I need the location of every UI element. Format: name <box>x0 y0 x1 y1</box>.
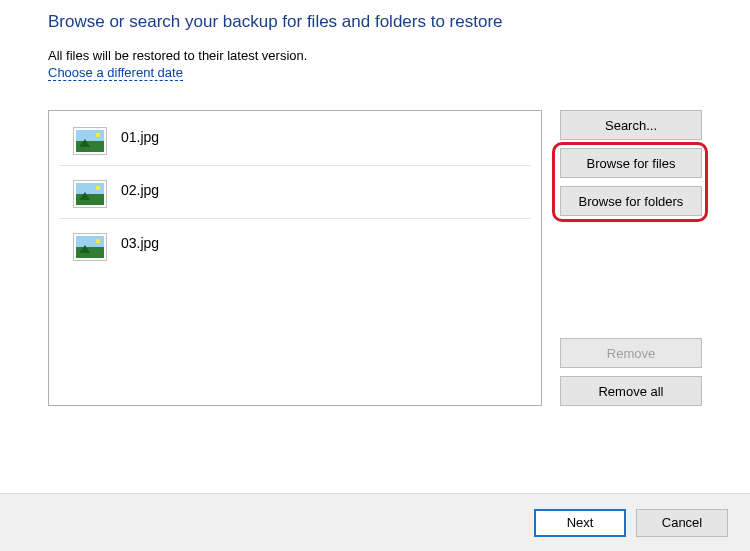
search-button[interactable]: Search... <box>560 110 702 140</box>
file-list[interactable]: 01.jpg 02.jpg <box>48 110 542 406</box>
file-name: 01.jpg <box>121 129 159 145</box>
side-button-panel: Search... Browse for files Browse for fo… <box>560 110 702 406</box>
cancel-button[interactable]: Cancel <box>636 509 728 537</box>
restore-dialog: Browse or search your backup for files a… <box>0 0 750 551</box>
browse-folders-button[interactable]: Browse for folders <box>560 186 702 216</box>
choose-date-link[interactable]: Choose a different date <box>48 65 183 81</box>
list-item[interactable]: 02.jpg <box>59 174 531 219</box>
list-item[interactable]: 01.jpg <box>59 121 531 166</box>
image-file-icon <box>73 180 107 208</box>
svg-point-3 <box>96 133 100 137</box>
dialog-footer: Next Cancel <box>0 493 750 551</box>
list-item[interactable]: 03.jpg <box>59 227 531 271</box>
svg-point-7 <box>96 186 100 190</box>
image-file-icon <box>73 233 107 261</box>
dialog-content: Browse or search your backup for files a… <box>0 0 750 406</box>
remove-all-button[interactable]: Remove all <box>560 376 702 406</box>
file-name: 03.jpg <box>121 235 159 251</box>
browse-files-button[interactable]: Browse for files <box>560 148 702 178</box>
dialog-title: Browse or search your backup for files a… <box>48 12 702 32</box>
svg-point-11 <box>96 239 100 243</box>
remove-button: Remove <box>560 338 702 368</box>
dialog-subtitle: All files will be restored to their late… <box>48 48 702 63</box>
main-area: 01.jpg 02.jpg <box>48 110 702 406</box>
next-button[interactable]: Next <box>534 509 626 537</box>
file-name: 02.jpg <box>121 182 159 198</box>
image-file-icon <box>73 127 107 155</box>
